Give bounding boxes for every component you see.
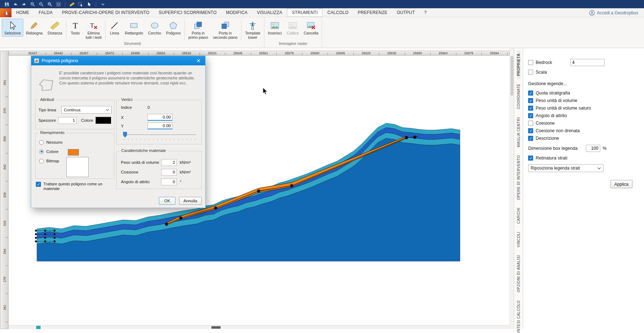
tipo-linea-select[interactable]: Continua — [61, 106, 112, 114]
zoom-out-button[interactable] — [37, 1, 45, 8]
y-input[interactable] — [147, 122, 173, 129]
selection-handle[interactable] — [35, 233, 37, 235]
vertex-handle[interactable] — [214, 207, 217, 210]
side-tab-coordinate[interactable]: COORDINATE — [517, 80, 521, 112]
radio-icon[interactable] — [39, 159, 44, 163]
menu-tab-modifica[interactable]: MODIFICA — [221, 8, 252, 17]
side-tab-carichi[interactable]: CARICHI — [517, 204, 521, 227]
radio-icon[interactable] — [39, 140, 44, 145]
vertex-handle[interactable] — [179, 217, 183, 220]
material-property-input[interactable] — [161, 179, 177, 185]
ribbon-button-poligono[interactable]: Poligono — [164, 19, 183, 37]
measure-button[interactable] — [68, 1, 76, 8]
zoom-extent-button[interactable] — [55, 1, 62, 8]
side-tab-sintesi-calcolo[interactable]: SINTESI CALCOLO — [517, 297, 521, 333]
vertex-handle[interactable] — [165, 223, 168, 226]
legend-item-checkbox[interactable] — [528, 136, 533, 141]
side-tab-opzioni-di-analisi[interactable]: OPZIONI DI ANALISI — [517, 252, 521, 295]
ribbon-button-rettangolo[interactable]: Rettangolo — [122, 19, 146, 37]
selection-handle[interactable] — [44, 241, 46, 242]
signin-link[interactable]: Accedi a Geodropbox — [589, 8, 638, 17]
spessore-input[interactable] — [58, 117, 77, 124]
ribbon-button-cerchio[interactable]: Cerchio — [146, 19, 164, 37]
menu-tab-help[interactable]: ? — [419, 8, 431, 17]
zoom-window-button[interactable] — [46, 1, 53, 8]
selection-handle[interactable] — [44, 230, 46, 232]
vertex-handle[interactable] — [257, 190, 260, 193]
ribbon-button-porta-in-primo-piano[interactable]: Porta in primo piano — [186, 19, 211, 41]
menu-tab-superfici-scorrimento[interactable]: SUPERFICI SCORRIMENTO — [154, 8, 221, 17]
ribbon-button-testo[interactable]: TTesto — [67, 19, 83, 37]
legend-item-checkbox[interactable] — [528, 121, 533, 126]
legend-item-checkbox[interactable] — [528, 128, 533, 133]
menu-tab-visualizza[interactable]: VISUALIZZA — [252, 8, 287, 17]
ribbon-button-cancella[interactable]: Cancella — [301, 19, 321, 37]
ribbon-button-inserisci[interactable]: Inserisci — [265, 19, 285, 37]
ribbon-button-linea[interactable]: Linea — [107, 19, 122, 37]
undo-button[interactable] — [11, 1, 19, 8]
side-tab-opere-di-intervento[interactable]: OPERE DI INTERVENTO — [517, 152, 521, 203]
legend-box-size-input[interactable] — [586, 145, 600, 152]
ribbon-button-ridisegna[interactable]: Ridisegna — [23, 19, 45, 37]
bitmap-preview-box[interactable] — [66, 157, 89, 177]
retinatura-checkbox[interactable] — [528, 156, 533, 161]
menu-tab-home[interactable]: HOME — [11, 8, 34, 17]
chevron-down-button[interactable] — [99, 1, 107, 8]
selection-handle[interactable] — [54, 241, 56, 242]
save-button[interactable] — [3, 1, 10, 8]
fill-color-swatch[interactable] — [68, 149, 79, 156]
selection-handle[interactable] — [54, 230, 56, 232]
treat-as-material-checkbox[interactable] — [36, 182, 41, 187]
x-input[interactable] — [147, 114, 173, 121]
selection-handle[interactable] — [54, 233, 56, 235]
bedrock-checkbox[interactable] — [528, 60, 533, 65]
line-color-swatch[interactable] — [95, 117, 111, 124]
pointer-button[interactable] — [85, 1, 93, 8]
ribbon-button-selezione[interactable]: Selezione — [2, 19, 23, 37]
legend-reposition-select[interactable]: Riposiziona legenda strati — [528, 164, 603, 172]
ok-button[interactable]: OK — [159, 197, 175, 205]
redo-button[interactable] — [20, 1, 28, 8]
fill-option-nessuno[interactable]: Nessuno — [36, 138, 114, 147]
scala-checkbox[interactable] — [528, 70, 533, 75]
menu-tab-prove-carichi-opere-di-intervento[interactable]: PROVE-CARICHI-OPERE DI INTERVENTO — [57, 8, 154, 17]
ribbon-button-distanza[interactable]: Distanza — [45, 19, 65, 37]
vertical-scrollbar-thumb[interactable] — [511, 56, 513, 96]
apply-button[interactable]: Applica — [610, 180, 633, 188]
side-tab-proprietà[interactable]: PROPRIETÀ — [517, 50, 521, 79]
vertex-slider[interactable] — [123, 132, 196, 141]
ribbon-button-template-tower[interactable]: Template tower — [243, 19, 263, 41]
horizontal-scrollbar-thumb[interactable] — [211, 326, 221, 329]
zoom-in-button[interactable] — [29, 1, 36, 8]
vertex-handle[interactable] — [413, 136, 417, 139]
canvas-horizontal-scrollbar[interactable] — [9, 325, 509, 329]
app-logo[interactable] — [0, 8, 11, 17]
material-property-input[interactable] — [161, 159, 177, 166]
selection-handle[interactable] — [54, 237, 56, 239]
vertex-handle[interactable] — [290, 184, 293, 188]
bedrock-input[interactable] — [570, 59, 605, 66]
select-area-button[interactable] — [77, 1, 84, 8]
slider-thumb[interactable] — [123, 132, 127, 138]
cancel-button[interactable]: Annulla — [179, 197, 202, 205]
legend-item-checkbox[interactable] — [528, 106, 533, 111]
ribbon-button-calibra[interactable]: Calibra — [284, 19, 301, 37]
legend-item-checkbox[interactable] — [528, 113, 533, 118]
selection-handle[interactable] — [35, 237, 37, 239]
menu-tab-preferenze[interactable]: PREFERENZE — [353, 8, 392, 17]
dialog-close-button[interactable]: ✕ — [194, 58, 202, 64]
material-property-input[interactable] — [161, 169, 177, 176]
vertex-handle[interactable] — [405, 136, 408, 139]
menu-tab-output[interactable]: OUTPUT — [392, 8, 420, 17]
side-tab-vincoli[interactable]: VINCOLI — [517, 228, 521, 251]
dialog-titlebar[interactable]: Proprietà poligono ✕ — [31, 56, 205, 65]
side-tab-maglia-centri[interactable]: MAGLIA CENTRI — [517, 114, 521, 151]
canvas-vertical-scrollbar[interactable] — [509, 48, 514, 329]
ribbon-button-porta-in-secondo-piano[interactable]: Porta in secondo piano — [211, 19, 240, 41]
radio-icon[interactable] — [39, 149, 44, 154]
legend-item-checkbox[interactable] — [528, 98, 533, 103]
selection-handle[interactable] — [44, 237, 46, 239]
legend-item-checkbox[interactable] — [528, 91, 533, 96]
ribbon-button-elimina-tutti-i-testi[interactable]: TElimina tutti i testi — [83, 19, 104, 41]
menu-tab-calcolo[interactable]: CALCOLO — [323, 8, 353, 17]
